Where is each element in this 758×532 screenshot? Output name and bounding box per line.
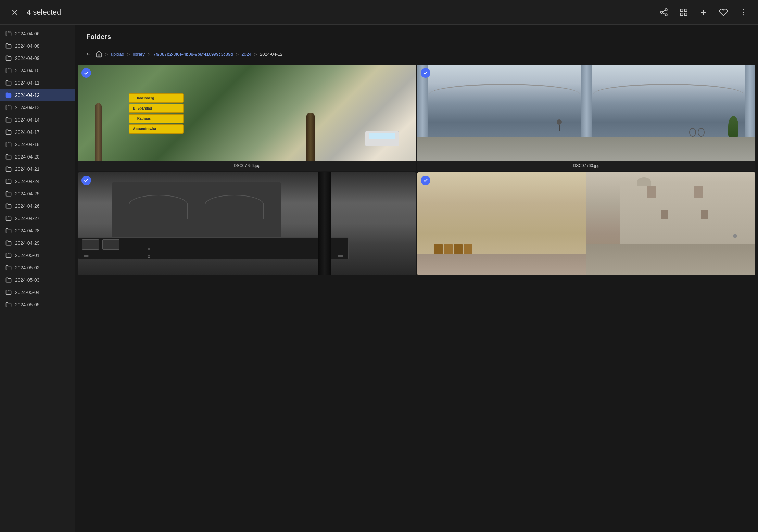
sidebar-item-label: 2024-04-28 xyxy=(15,228,40,233)
sidebar-item-label: 2024-04-24 xyxy=(15,179,40,184)
street-signs: ↑ Babelsberg B.-Spandau ← Rathaus Alexan… xyxy=(129,93,184,134)
sidebar-item-2024-04-17[interactable]: 2024-04-17 xyxy=(0,126,75,138)
photo-grid: ↑ Babelsberg B.-Spandau ← Rathaus Alexan… xyxy=(75,65,758,280)
folder-icon xyxy=(5,154,12,160)
selection-badge-3[interactable] xyxy=(81,176,91,185)
photo-panel-right xyxy=(586,172,756,275)
breadcrumb-library[interactable]: library xyxy=(133,52,145,57)
cyclist-right xyxy=(732,234,738,244)
photo-card-4[interactable]: DSC07768.jpg xyxy=(417,172,755,275)
sidebar-item-label: 2024-04-21 xyxy=(15,166,40,172)
folder-icon xyxy=(5,191,12,197)
sidebar-item-label: 2024-04-14 xyxy=(15,117,40,123)
more-icon xyxy=(739,8,748,17)
svg-rect-9 xyxy=(680,13,683,16)
sidebar-item-2024-04-13[interactable]: 2024-04-13 xyxy=(0,101,75,114)
share-button[interactable] xyxy=(657,6,670,19)
folder-icon xyxy=(5,302,12,308)
sidebar-item-label: 2024-04-10 xyxy=(15,68,40,73)
sidebar-item-2024-04-09[interactable]: 2024-04-09 xyxy=(0,52,75,64)
sidebar-item-label: 2024-05-05 xyxy=(15,302,40,307)
close-button[interactable] xyxy=(8,6,21,19)
sidebar-item-2024-04-28[interactable]: 2024-04-28 xyxy=(0,225,75,237)
photo-image-4 xyxy=(417,172,755,275)
favorite-button[interactable] xyxy=(717,6,730,19)
pillar xyxy=(318,172,331,275)
svg-point-2 xyxy=(665,9,667,11)
topbar: 4 selected xyxy=(0,0,758,25)
bikes xyxy=(689,128,705,137)
sidebar-item-2024-05-05[interactable]: 2024-05-05 xyxy=(0,299,75,311)
sidebar-item-2024-04-25[interactable]: 2024-04-25 xyxy=(0,188,75,200)
add-button[interactable] xyxy=(697,6,710,19)
sidebar-item-2024-04-11[interactable]: 2024-04-11 xyxy=(0,77,75,89)
svg-point-15 xyxy=(743,14,744,15)
selection-badge-4[interactable] xyxy=(421,176,430,185)
scooter xyxy=(146,248,152,259)
cyclist xyxy=(553,119,566,137)
breadcrumb-sep-0: > xyxy=(105,51,108,57)
folder-icon xyxy=(5,104,12,111)
breadcrumb-sep-2: > xyxy=(148,51,151,57)
folder-icon xyxy=(5,141,12,148)
breadcrumb-uuid[interactable]: 7f9087b2-3f6e-4b08-9b8f-f16999c3c89d xyxy=(153,52,233,57)
share-icon xyxy=(659,8,668,17)
sidebar-item-2024-04-18[interactable]: 2024-04-18 xyxy=(0,138,75,151)
breadcrumb-year[interactable]: 2024 xyxy=(241,52,251,57)
check-icon-1 xyxy=(84,70,89,76)
tree-trunk-2 xyxy=(306,113,315,161)
sidebar-item-label: 2024-04-20 xyxy=(15,154,40,160)
folder-icon xyxy=(5,265,12,271)
selected-count: 4 selected xyxy=(27,8,61,17)
home-icon[interactable] xyxy=(96,51,102,58)
sidebar-item-label: 2024-04-06 xyxy=(15,31,40,36)
selection-badge-1[interactable] xyxy=(81,68,91,78)
folder-icon xyxy=(5,203,12,209)
check-icon-3 xyxy=(84,178,89,183)
sidebar-item-2024-04-26[interactable]: 2024-04-26 xyxy=(0,200,75,212)
sidebar-item-2024-05-03[interactable]: 2024-05-03 xyxy=(0,274,75,286)
sidebar-item-2024-04-27[interactable]: 2024-04-27 xyxy=(0,212,75,225)
sidebar-item-2024-04-24[interactable]: 2024-04-24 xyxy=(0,175,75,188)
photo-image-3 xyxy=(78,172,416,275)
photo-card-3[interactable]: DSC07764.jpg xyxy=(78,172,416,275)
folder-icon xyxy=(5,117,12,123)
sidebar-item-2024-04-08[interactable]: 2024-04-08 xyxy=(0,40,75,52)
tree-trunk-1 xyxy=(95,103,102,161)
sidebar-item-label: 2024-05-04 xyxy=(15,290,40,295)
sidebar-item-2024-04-06[interactable]: 2024-04-06 xyxy=(0,27,75,40)
sidebar-item-label: 2024-04-09 xyxy=(15,55,40,61)
svg-rect-8 xyxy=(684,9,687,12)
selection-badge-2[interactable] xyxy=(421,68,430,78)
sidebar-item-2024-04-29[interactable]: 2024-04-29 xyxy=(0,237,75,249)
breadcrumb-upload[interactable]: upload xyxy=(111,52,124,57)
photo-card-1[interactable]: ↑ Babelsberg B.-Spandau ← Rathaus Alexan… xyxy=(78,65,416,171)
chairs xyxy=(434,244,472,254)
sidebar: 2024-04-062024-04-082024-04-092024-04-10… xyxy=(0,25,75,532)
sidebar-item-label: 2024-04-25 xyxy=(15,191,40,197)
grid-view-button[interactable] xyxy=(677,6,690,19)
grid-icon xyxy=(679,8,688,17)
sidebar-item-label: 2024-04-11 xyxy=(15,80,40,86)
sidebar-item-2024-04-10[interactable]: 2024-04-10 xyxy=(0,64,75,77)
street-right xyxy=(586,244,756,275)
photo-card-2[interactable]: DSC07760.jpg xyxy=(417,65,755,171)
sidebar-item-2024-05-02[interactable]: 2024-05-02 xyxy=(0,262,75,274)
building xyxy=(112,182,281,244)
svg-point-3 xyxy=(660,11,663,13)
sidebar-item-2024-04-14[interactable]: 2024-04-14 xyxy=(0,114,75,126)
topbar-right xyxy=(657,6,750,19)
sidebar-item-2024-05-04[interactable]: 2024-05-04 xyxy=(0,286,75,299)
close-icon xyxy=(10,8,19,17)
sidebar-item-2024-04-12[interactable]: 2024-04-12 xyxy=(0,89,75,101)
sidebar-item-2024-04-20[interactable]: 2024-04-20 xyxy=(0,151,75,163)
more-button[interactable] xyxy=(737,6,750,19)
sidebar-item-2024-04-21[interactable]: 2024-04-21 xyxy=(0,163,75,175)
breadcrumb-back-button[interactable]: ↵ xyxy=(86,50,91,58)
sidebar-item-2024-05-01[interactable]: 2024-05-01 xyxy=(0,249,75,262)
sidebar-item-label: 2024-04-17 xyxy=(15,129,40,135)
breadcrumb-sep-4: > xyxy=(254,51,257,57)
folder-icon xyxy=(5,252,12,258)
check-icon-2 xyxy=(423,70,428,76)
sidebar-item-label: 2024-04-13 xyxy=(15,105,40,110)
